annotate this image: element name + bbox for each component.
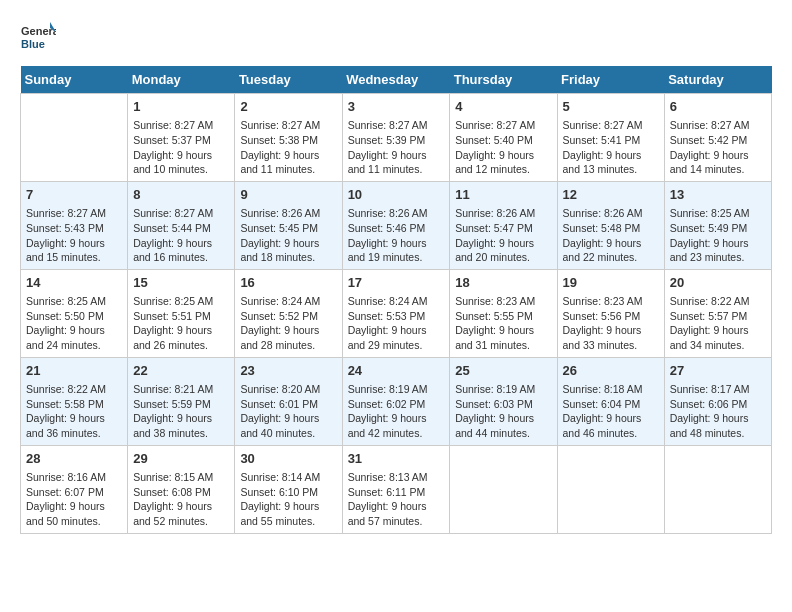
- calendar-cell: 2Sunrise: 8:27 AM Sunset: 5:38 PM Daylig…: [235, 94, 342, 182]
- day-number: 1: [133, 98, 229, 116]
- day-info: Sunrise: 8:27 AM Sunset: 5:39 PM Dayligh…: [348, 118, 445, 177]
- day-number: 13: [670, 186, 766, 204]
- day-info: Sunrise: 8:26 AM Sunset: 5:48 PM Dayligh…: [563, 206, 659, 265]
- calendar-cell: 23Sunrise: 8:20 AM Sunset: 6:01 PM Dayli…: [235, 357, 342, 445]
- day-info: Sunrise: 8:25 AM Sunset: 5:49 PM Dayligh…: [670, 206, 766, 265]
- svg-text:Blue: Blue: [21, 38, 45, 50]
- calendar-cell: [557, 445, 664, 533]
- page-header: General Blue: [20, 20, 772, 56]
- day-info: Sunrise: 8:14 AM Sunset: 6:10 PM Dayligh…: [240, 470, 336, 529]
- calendar-week-row: 7Sunrise: 8:27 AM Sunset: 5:43 PM Daylig…: [21, 181, 772, 269]
- day-number: 29: [133, 450, 229, 468]
- header-monday: Monday: [128, 66, 235, 94]
- day-info: Sunrise: 8:26 AM Sunset: 5:46 PM Dayligh…: [348, 206, 445, 265]
- day-info: Sunrise: 8:13 AM Sunset: 6:11 PM Dayligh…: [348, 470, 445, 529]
- day-number: 2: [240, 98, 336, 116]
- day-number: 4: [455, 98, 551, 116]
- calendar-cell: 21Sunrise: 8:22 AM Sunset: 5:58 PM Dayli…: [21, 357, 128, 445]
- day-number: 31: [348, 450, 445, 468]
- day-info: Sunrise: 8:27 AM Sunset: 5:42 PM Dayligh…: [670, 118, 766, 177]
- day-number: 23: [240, 362, 336, 380]
- day-number: 5: [563, 98, 659, 116]
- day-info: Sunrise: 8:22 AM Sunset: 5:57 PM Dayligh…: [670, 294, 766, 353]
- day-number: 22: [133, 362, 229, 380]
- day-number: 15: [133, 274, 229, 292]
- day-info: Sunrise: 8:27 AM Sunset: 5:38 PM Dayligh…: [240, 118, 336, 177]
- day-number: 9: [240, 186, 336, 204]
- calendar-cell: 10Sunrise: 8:26 AM Sunset: 5:46 PM Dayli…: [342, 181, 450, 269]
- calendar-cell: 26Sunrise: 8:18 AM Sunset: 6:04 PM Dayli…: [557, 357, 664, 445]
- header-saturday: Saturday: [664, 66, 771, 94]
- calendar-cell: 4Sunrise: 8:27 AM Sunset: 5:40 PM Daylig…: [450, 94, 557, 182]
- day-info: Sunrise: 8:25 AM Sunset: 5:51 PM Dayligh…: [133, 294, 229, 353]
- day-info: Sunrise: 8:15 AM Sunset: 6:08 PM Dayligh…: [133, 470, 229, 529]
- day-number: 19: [563, 274, 659, 292]
- calendar-cell: 19Sunrise: 8:23 AM Sunset: 5:56 PM Dayli…: [557, 269, 664, 357]
- day-number: 11: [455, 186, 551, 204]
- calendar-cell: 3Sunrise: 8:27 AM Sunset: 5:39 PM Daylig…: [342, 94, 450, 182]
- header-tuesday: Tuesday: [235, 66, 342, 94]
- calendar-cell: 1Sunrise: 8:27 AM Sunset: 5:37 PM Daylig…: [128, 94, 235, 182]
- day-number: 20: [670, 274, 766, 292]
- day-info: Sunrise: 8:25 AM Sunset: 5:50 PM Dayligh…: [26, 294, 122, 353]
- day-number: 17: [348, 274, 445, 292]
- day-number: 3: [348, 98, 445, 116]
- header-thursday: Thursday: [450, 66, 557, 94]
- calendar-cell: 18Sunrise: 8:23 AM Sunset: 5:55 PM Dayli…: [450, 269, 557, 357]
- calendar-cell: 7Sunrise: 8:27 AM Sunset: 5:43 PM Daylig…: [21, 181, 128, 269]
- day-number: 21: [26, 362, 122, 380]
- day-number: 7: [26, 186, 122, 204]
- day-info: Sunrise: 8:19 AM Sunset: 6:03 PM Dayligh…: [455, 382, 551, 441]
- calendar-cell: [450, 445, 557, 533]
- calendar-week-row: 14Sunrise: 8:25 AM Sunset: 5:50 PM Dayli…: [21, 269, 772, 357]
- calendar-cell: [21, 94, 128, 182]
- header-friday: Friday: [557, 66, 664, 94]
- calendar-cell: 28Sunrise: 8:16 AM Sunset: 6:07 PM Dayli…: [21, 445, 128, 533]
- day-number: 10: [348, 186, 445, 204]
- calendar-cell: 24Sunrise: 8:19 AM Sunset: 6:02 PM Dayli…: [342, 357, 450, 445]
- calendar-cell: 30Sunrise: 8:14 AM Sunset: 6:10 PM Dayli…: [235, 445, 342, 533]
- day-info: Sunrise: 8:26 AM Sunset: 5:47 PM Dayligh…: [455, 206, 551, 265]
- calendar-cell: [664, 445, 771, 533]
- day-number: 18: [455, 274, 551, 292]
- calendar-table: SundayMondayTuesdayWednesdayThursdayFrid…: [20, 66, 772, 534]
- calendar-cell: 12Sunrise: 8:26 AM Sunset: 5:48 PM Dayli…: [557, 181, 664, 269]
- day-number: 12: [563, 186, 659, 204]
- calendar-week-row: 21Sunrise: 8:22 AM Sunset: 5:58 PM Dayli…: [21, 357, 772, 445]
- calendar-header-row: SundayMondayTuesdayWednesdayThursdayFrid…: [21, 66, 772, 94]
- calendar-cell: 6Sunrise: 8:27 AM Sunset: 5:42 PM Daylig…: [664, 94, 771, 182]
- day-info: Sunrise: 8:24 AM Sunset: 5:52 PM Dayligh…: [240, 294, 336, 353]
- day-info: Sunrise: 8:26 AM Sunset: 5:45 PM Dayligh…: [240, 206, 336, 265]
- day-info: Sunrise: 8:27 AM Sunset: 5:41 PM Dayligh…: [563, 118, 659, 177]
- day-number: 26: [563, 362, 659, 380]
- calendar-cell: 9Sunrise: 8:26 AM Sunset: 5:45 PM Daylig…: [235, 181, 342, 269]
- day-info: Sunrise: 8:17 AM Sunset: 6:06 PM Dayligh…: [670, 382, 766, 441]
- calendar-cell: 14Sunrise: 8:25 AM Sunset: 5:50 PM Dayli…: [21, 269, 128, 357]
- calendar-cell: 20Sunrise: 8:22 AM Sunset: 5:57 PM Dayli…: [664, 269, 771, 357]
- day-info: Sunrise: 8:27 AM Sunset: 5:40 PM Dayligh…: [455, 118, 551, 177]
- calendar-cell: 8Sunrise: 8:27 AM Sunset: 5:44 PM Daylig…: [128, 181, 235, 269]
- day-info: Sunrise: 8:23 AM Sunset: 5:55 PM Dayligh…: [455, 294, 551, 353]
- calendar-cell: 13Sunrise: 8:25 AM Sunset: 5:49 PM Dayli…: [664, 181, 771, 269]
- day-info: Sunrise: 8:27 AM Sunset: 5:37 PM Dayligh…: [133, 118, 229, 177]
- calendar-cell: 25Sunrise: 8:19 AM Sunset: 6:03 PM Dayli…: [450, 357, 557, 445]
- calendar-cell: 11Sunrise: 8:26 AM Sunset: 5:47 PM Dayli…: [450, 181, 557, 269]
- day-info: Sunrise: 8:21 AM Sunset: 5:59 PM Dayligh…: [133, 382, 229, 441]
- calendar-cell: 22Sunrise: 8:21 AM Sunset: 5:59 PM Dayli…: [128, 357, 235, 445]
- day-info: Sunrise: 8:19 AM Sunset: 6:02 PM Dayligh…: [348, 382, 445, 441]
- calendar-cell: 29Sunrise: 8:15 AM Sunset: 6:08 PM Dayli…: [128, 445, 235, 533]
- day-number: 28: [26, 450, 122, 468]
- calendar-cell: 16Sunrise: 8:24 AM Sunset: 5:52 PM Dayli…: [235, 269, 342, 357]
- day-number: 30: [240, 450, 336, 468]
- calendar-cell: 17Sunrise: 8:24 AM Sunset: 5:53 PM Dayli…: [342, 269, 450, 357]
- header-sunday: Sunday: [21, 66, 128, 94]
- header-wednesday: Wednesday: [342, 66, 450, 94]
- day-info: Sunrise: 8:20 AM Sunset: 6:01 PM Dayligh…: [240, 382, 336, 441]
- day-info: Sunrise: 8:27 AM Sunset: 5:44 PM Dayligh…: [133, 206, 229, 265]
- day-info: Sunrise: 8:16 AM Sunset: 6:07 PM Dayligh…: [26, 470, 122, 529]
- day-number: 25: [455, 362, 551, 380]
- day-number: 6: [670, 98, 766, 116]
- logo: General Blue: [20, 20, 56, 56]
- day-info: Sunrise: 8:22 AM Sunset: 5:58 PM Dayligh…: [26, 382, 122, 441]
- calendar-cell: 15Sunrise: 8:25 AM Sunset: 5:51 PM Dayli…: [128, 269, 235, 357]
